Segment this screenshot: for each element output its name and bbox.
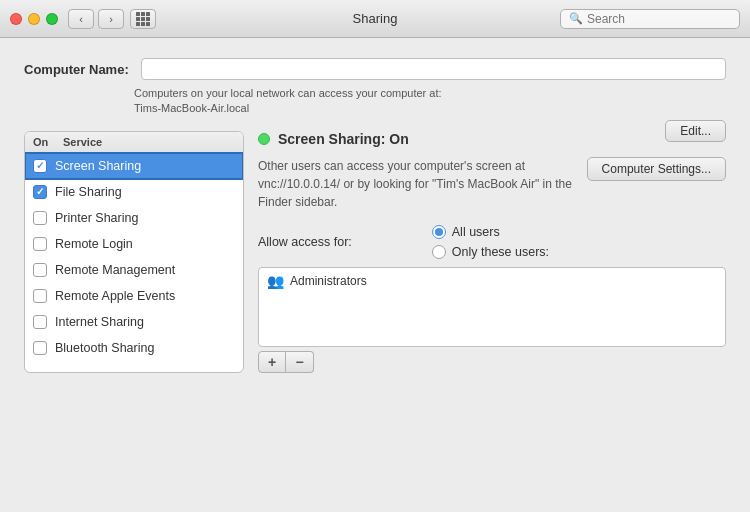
users-list: 👥 Administrators bbox=[258, 267, 726, 347]
list-controls: + − bbox=[258, 351, 726, 373]
service-checkbox-remote-management[interactable] bbox=[33, 263, 47, 277]
add-user-button[interactable]: + bbox=[258, 351, 286, 373]
main-content: Computer Name: Computers on your local n… bbox=[0, 38, 750, 512]
service-list: Screen Sharing File Sharing Printer Shar… bbox=[25, 153, 243, 361]
minimize-button[interactable] bbox=[28, 13, 40, 25]
service-name-file-sharing: File Sharing bbox=[55, 185, 122, 199]
access-section: Allow access for: All users Only these u… bbox=[258, 225, 726, 373]
maximize-button[interactable] bbox=[46, 13, 58, 25]
service-checkbox-remote-apple-events[interactable] bbox=[33, 289, 47, 303]
list-item[interactable]: Remote Login bbox=[25, 231, 243, 257]
computer-name-row: Computer Name: bbox=[24, 58, 726, 80]
service-name-printer-sharing: Printer Sharing bbox=[55, 211, 138, 225]
nav-buttons: ‹ › bbox=[68, 9, 124, 29]
search-bar: 🔍 bbox=[560, 9, 740, 29]
header-service: Service bbox=[63, 136, 235, 148]
header-on: On bbox=[33, 136, 63, 148]
grid-view-button[interactable] bbox=[130, 9, 156, 29]
remove-user-button[interactable]: − bbox=[286, 351, 314, 373]
service-name-bluetooth-sharing: Bluetooth Sharing bbox=[55, 341, 154, 355]
sharing-status: Screen Sharing: On bbox=[258, 131, 726, 147]
traffic-lights bbox=[10, 13, 58, 25]
service-checkbox-screen-sharing[interactable] bbox=[33, 159, 47, 173]
computer-name-input[interactable] bbox=[141, 58, 726, 80]
list-item[interactable]: File Sharing bbox=[25, 179, 243, 205]
forward-button[interactable]: › bbox=[98, 9, 124, 29]
group-icon: 👥 bbox=[267, 273, 284, 289]
service-checkbox-printer-sharing[interactable] bbox=[33, 211, 47, 225]
service-panel: On Service Screen Sharing File Sharing P… bbox=[24, 131, 244, 373]
access-for-label: Allow access for: bbox=[258, 235, 352, 249]
two-column-layout: On Service Screen Sharing File Sharing P… bbox=[24, 131, 726, 373]
radio-only-these-label: Only these users: bbox=[452, 245, 549, 259]
radio-option-only-these[interactable]: Only these users: bbox=[432, 245, 549, 259]
list-item[interactable]: Bluetooth Sharing bbox=[25, 335, 243, 361]
radio-all-users-label: All users bbox=[452, 225, 500, 239]
service-name-screen-sharing: Screen Sharing bbox=[55, 159, 141, 173]
service-checkbox-file-sharing[interactable] bbox=[33, 185, 47, 199]
back-button[interactable]: ‹ bbox=[68, 9, 94, 29]
radio-only-these[interactable] bbox=[432, 245, 446, 259]
computer-name-label: Computer Name: bbox=[24, 62, 129, 77]
radio-option-all-users[interactable]: All users bbox=[432, 225, 549, 239]
titlebar: ‹ › Sharing 🔍 bbox=[0, 0, 750, 38]
service-name-remote-apple-events: Remote Apple Events bbox=[55, 289, 175, 303]
right-panel: Screen Sharing: On Computer Settings... … bbox=[258, 131, 726, 373]
list-item[interactable]: Internet Sharing bbox=[25, 309, 243, 335]
search-icon: 🔍 bbox=[569, 12, 583, 25]
service-list-header: On Service bbox=[25, 132, 243, 153]
service-checkbox-remote-login[interactable] bbox=[33, 237, 47, 251]
window-title: Sharing bbox=[353, 11, 398, 26]
computer-settings-button[interactable]: Computer Settings... bbox=[587, 157, 726, 181]
radio-group: All users Only these users: bbox=[432, 225, 549, 259]
list-item: 👥 Administrators bbox=[259, 268, 725, 294]
list-item[interactable]: Screen Sharing bbox=[25, 153, 243, 179]
close-button[interactable] bbox=[10, 13, 22, 25]
local-network-text: Computers on your local network can acce… bbox=[134, 86, 726, 117]
service-name-internet-sharing: Internet Sharing bbox=[55, 315, 144, 329]
service-name-remote-login: Remote Login bbox=[55, 237, 133, 251]
service-name-remote-management: Remote Management bbox=[55, 263, 175, 277]
list-item[interactable]: Remote Apple Events bbox=[25, 283, 243, 309]
status-dot bbox=[258, 133, 270, 145]
radio-all-users[interactable] bbox=[432, 225, 446, 239]
list-item[interactable]: Printer Sharing bbox=[25, 205, 243, 231]
access-row: Allow access for: All users Only these u… bbox=[258, 225, 726, 259]
list-item[interactable]: Remote Management bbox=[25, 257, 243, 283]
service-checkbox-bluetooth-sharing[interactable] bbox=[33, 341, 47, 355]
search-input[interactable] bbox=[587, 12, 731, 26]
user-name-administrators: Administrators bbox=[290, 274, 367, 288]
sharing-status-text: Screen Sharing: On bbox=[278, 131, 409, 147]
service-checkbox-internet-sharing[interactable] bbox=[33, 315, 47, 329]
grid-icon bbox=[136, 12, 150, 26]
